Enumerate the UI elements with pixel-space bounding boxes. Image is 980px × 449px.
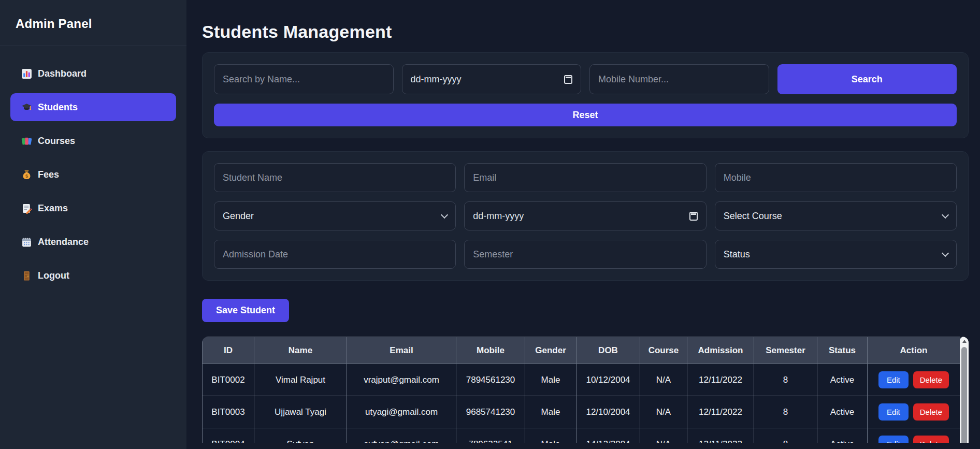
- sidebar-title: Admin Panel: [0, 0, 186, 31]
- column-header-dob: DOB: [577, 337, 640, 364]
- table-row: BIT0002 Vimal Rajput vrajput@gmail.com 7…: [203, 364, 960, 396]
- column-header-id: ID: [203, 337, 254, 364]
- scroll-up-icon: [962, 340, 967, 343]
- cell-dob: 10/12/2004: [577, 364, 640, 396]
- course-select[interactable]: Select Course: [715, 201, 957, 230]
- column-header-name: Name: [254, 337, 347, 364]
- sidebar-item-label: Fees: [38, 169, 59, 180]
- sidebar-item-logout[interactable]: Logout: [10, 262, 176, 289]
- chevron-down-icon: [942, 211, 949, 218]
- cell-id: BIT0003: [203, 396, 254, 428]
- status-select-value: Status: [724, 249, 750, 260]
- books-icon: [21, 136, 32, 147]
- cell-action: Edit Delete: [868, 396, 960, 428]
- cell-semester: 8: [754, 428, 817, 443]
- calendar-picker-icon[interactable]: [689, 212, 698, 221]
- student-form-grid: Gender dd-mm-yyyy Select Course Status: [214, 163, 957, 269]
- admission-date-input[interactable]: [214, 240, 456, 269]
- search-mobile-input[interactable]: [589, 64, 769, 94]
- student-name-input[interactable]: [214, 163, 456, 192]
- column-header-email: Email: [347, 337, 456, 364]
- cell-admission: 12/11/2022: [687, 428, 754, 443]
- search-date-input[interactable]: dd-mm-yyyy: [402, 64, 582, 94]
- dob-value: dd-mm-yyyy: [473, 211, 524, 222]
- search-row: dd-mm-yyyy Search: [214, 64, 957, 94]
- column-header-status: Status: [817, 337, 868, 364]
- cell-email: utyagi@gmail.com: [347, 396, 456, 428]
- sidebar-item-label: Attendance: [38, 237, 89, 248]
- memo-pencil-icon: [21, 203, 32, 214]
- sidebar-item-attendance[interactable]: Attendance: [10, 228, 176, 256]
- search-button[interactable]: Search: [777, 64, 957, 94]
- sidebar-item-fees[interactable]: $ Fees: [10, 161, 176, 189]
- reset-button[interactable]: Reset: [214, 104, 957, 126]
- cell-status: Active: [817, 396, 868, 428]
- money-bag-icon: $: [21, 169, 32, 180]
- cell-mobile: 7894561230: [456, 364, 525, 396]
- delete-button[interactable]: Delete: [913, 403, 949, 421]
- chevron-down-icon: [942, 249, 949, 256]
- course-select-value: Select Course: [724, 211, 782, 222]
- email-input[interactable]: [464, 163, 706, 192]
- table-row: BIT0003 Ujjawal Tyagi utyagi@gmail.com 9…: [203, 396, 960, 428]
- cell-course: N/A: [640, 428, 687, 443]
- column-header-action: Action: [868, 337, 960, 364]
- sidebar-item-courses[interactable]: Courses: [10, 127, 176, 155]
- cell-email: sufyan@gmail.com: [347, 428, 456, 443]
- chevron-down-icon: [441, 211, 448, 218]
- sidebar-menu: Dashboard Students Courses $ Fees: [0, 46, 186, 289]
- table-row: BIT0004 Sufyan sufyan@gmail.com 78963254…: [203, 428, 960, 443]
- delete-button[interactable]: Delete: [913, 371, 949, 388]
- cell-status: Active: [817, 428, 868, 443]
- sidebar: Admin Panel Dashboard Students Courses: [0, 0, 186, 449]
- edit-button[interactable]: Edit: [878, 403, 909, 421]
- sidebar-item-label: Students: [38, 102, 78, 113]
- sidebar-item-dashboard[interactable]: Dashboard: [10, 60, 176, 88]
- cell-admission: 12/11/2022: [687, 396, 754, 428]
- students-table: ID Name Email Mobile Gender DOB Course A…: [202, 337, 960, 443]
- cell-email: vrajput@gmail.com: [347, 364, 456, 396]
- cell-course: N/A: [640, 396, 687, 428]
- cell-mobile: 9685741230: [456, 396, 525, 428]
- door-icon: [21, 270, 32, 281]
- search-name-input[interactable]: [214, 64, 394, 94]
- cell-name: Sufyan: [254, 428, 347, 443]
- dob-date-input[interactable]: dd-mm-yyyy: [464, 201, 706, 230]
- save-student-button[interactable]: Save Student: [202, 299, 289, 322]
- edit-button[interactable]: Edit: [878, 371, 909, 388]
- cell-admission: 12/11/2022: [687, 364, 754, 396]
- column-header-course: Course: [640, 337, 687, 364]
- column-header-mobile: Mobile: [456, 337, 525, 364]
- cell-status: Active: [817, 364, 868, 396]
- cell-course: N/A: [640, 364, 687, 396]
- semester-input[interactable]: [464, 240, 706, 269]
- sidebar-item-exams[interactable]: Exams: [10, 194, 176, 222]
- cell-action: Edit Delete: [868, 428, 960, 443]
- main-content: Students Management dd-mm-yyyy Search Re…: [186, 0, 980, 449]
- sidebar-item-label: Exams: [38, 203, 68, 214]
- sidebar-item-label: Logout: [38, 270, 69, 281]
- graduation-cap-icon: [21, 102, 32, 113]
- column-header-gender: Gender: [525, 337, 577, 364]
- gender-select[interactable]: Gender: [214, 201, 456, 230]
- table-scrollbar[interactable]: [960, 337, 969, 443]
- status-select[interactable]: Status: [715, 240, 957, 269]
- cell-gender: Male: [525, 428, 577, 443]
- cell-name: Vimal Rajput: [254, 364, 347, 396]
- cell-mobile: 789632541: [456, 428, 525, 443]
- calendar-picker-icon[interactable]: [564, 75, 572, 84]
- cell-dob: 12/10/2004: [577, 396, 640, 428]
- column-header-admission: Admission: [687, 337, 754, 364]
- scroll-up-button[interactable]: [960, 337, 969, 346]
- sidebar-item-students[interactable]: Students: [10, 93, 176, 121]
- page-title: Students Management: [202, 22, 969, 42]
- edit-button[interactable]: Edit: [878, 436, 909, 443]
- search-filter-card: dd-mm-yyyy Search Reset: [202, 52, 969, 138]
- delete-button[interactable]: Delete: [913, 436, 949, 443]
- table-header-row: ID Name Email Mobile Gender DOB Course A…: [203, 337, 960, 364]
- cell-dob: 14/12/2004: [577, 428, 640, 443]
- mobile-input[interactable]: [715, 163, 957, 192]
- scrollbar-thumb[interactable]: [961, 347, 967, 443]
- cell-semester: 8: [754, 396, 817, 428]
- gender-select-value: Gender: [223, 211, 254, 222]
